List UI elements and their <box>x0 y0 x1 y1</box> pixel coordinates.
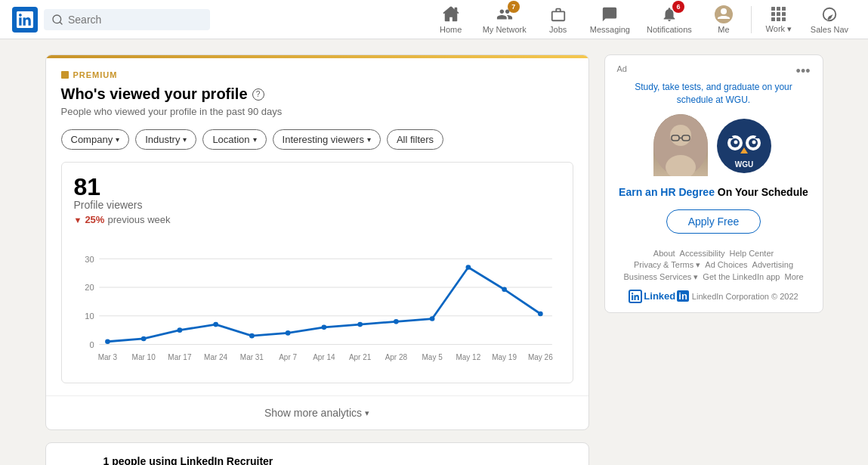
linkedin-footer-logo: Linkedin <box>629 290 688 303</box>
down-arrow-icon: ▼ <box>74 215 82 225</box>
show-more-analytics[interactable]: Show more analytics ▾ <box>46 395 588 429</box>
nav-item-salesnav[interactable]: Sales Nav <box>803 2 856 37</box>
nav-items: Home 7 My Network Jobs Messaging <box>428 2 856 37</box>
recruiter-icon <box>61 460 94 465</box>
avatar-icon <box>715 5 733 23</box>
li-logo-small <box>629 290 642 303</box>
filter-industry-label: Industry <box>145 134 180 145</box>
svg-text:0: 0 <box>89 340 94 349</box>
apply-label: Apply Free <box>688 215 740 228</box>
nav-label-salesnav: Sales Nav <box>811 25 848 34</box>
grid-dots <box>771 7 786 21</box>
grid-icon <box>770 5 788 23</box>
li-logo-small-icon <box>630 291 641 302</box>
nav-item-messaging[interactable]: Messaging <box>582 2 638 37</box>
svg-point-9 <box>105 339 110 344</box>
briefcase-icon <box>61 460 94 465</box>
nav-item-jobs[interactable]: Jobs <box>536 2 581 37</box>
search-input[interactable] <box>68 14 202 26</box>
svg-text:May 12: May 12 <box>456 353 480 361</box>
premium-dot <box>61 71 69 79</box>
network-icon: 7 <box>496 5 514 23</box>
nav-item-me[interactable]: Me <box>701 2 746 37</box>
profile-title-row: Who's viewed your profile ? <box>61 85 573 103</box>
messaging-icon <box>601 5 619 23</box>
change-text: previous week <box>107 214 170 225</box>
footer-link-accessibility[interactable]: Accessibility <box>680 249 725 258</box>
footer-link-advertising[interactable]: Advertising <box>752 260 793 270</box>
svg-text:Apr 7: Apr 7 <box>279 353 297 361</box>
compass-icon <box>820 5 839 23</box>
nav-item-notifications[interactable]: 6 Notifications <box>639 2 700 37</box>
filters-row: Company ▾ Industry ▾ Location ▾ Intere <box>61 129 573 150</box>
footer-copyright: LinkedIn Corporation © 2022 <box>692 292 798 301</box>
recruiter-title: 1 people using LinkedIn Recruiter <box>103 455 474 465</box>
filter-company[interactable]: Company ▾ <box>61 129 130 150</box>
home-icon-svg <box>443 6 459 23</box>
svg-point-10 <box>141 336 146 342</box>
footer-link-helpcenter[interactable]: Help Center <box>729 249 774 258</box>
profile-subtitle: People who viewed your profile in the pa… <box>61 106 573 117</box>
recruiter-card: 1 people using LinkedIn Recruiter Viewer… <box>45 442 589 465</box>
linkedin-logo-icon <box>17 11 33 28</box>
chevron-down-icon: ▾ <box>116 135 119 144</box>
help-icon[interactable]: ? <box>252 88 264 101</box>
footer-link-about[interactable]: About <box>653 249 675 258</box>
filter-interesting-label: Interesting viewers <box>283 134 364 145</box>
nav-item-network[interactable]: 7 My Network <box>475 2 534 37</box>
footer-link-business[interactable]: Business Services ▾ <box>623 272 698 282</box>
ad-menu-icon[interactable]: ••• <box>796 64 811 78</box>
svg-text:10: 10 <box>85 312 94 321</box>
nav-label-home: Home <box>440 25 462 34</box>
li-logo-text: Linked <box>644 290 675 302</box>
footer-link-more[interactable]: More <box>785 272 804 282</box>
nav-label-work: Work ▾ <box>766 24 792 34</box>
linkedin-logo[interactable] <box>12 7 38 33</box>
chevron-down-icon-5: ▾ <box>365 408 369 418</box>
li-logo-in: in <box>677 290 689 302</box>
filter-interesting-viewers[interactable]: Interesting viewers ▾ <box>273 129 381 150</box>
svg-text:Mar 3: Mar 3 <box>97 353 117 361</box>
ad-card: Ad ••• Study, take tests, and graduate o… <box>604 54 823 313</box>
footer-link-adchoices[interactable]: Ad Choices <box>705 260 747 270</box>
jobs-icon-svg <box>550 6 567 23</box>
chart-label: Profile viewers <box>74 199 561 211</box>
svg-point-20 <box>502 287 507 292</box>
nav-label-notifications: Notifications <box>647 25 692 34</box>
footer-link-getapp[interactable]: Get the LinkedIn app <box>703 272 780 282</box>
top-nav: Home 7 My Network Jobs Messaging <box>0 0 868 39</box>
chevron-down-icon-3: ▾ <box>253 135 257 144</box>
ad-headline: Earn an HR Degree On Your Schedule <box>617 185 811 199</box>
filter-location[interactable]: Location ▾ <box>202 129 266 150</box>
svg-text:Apr 21: Apr 21 <box>348 353 371 361</box>
svg-point-15 <box>321 325 326 330</box>
svg-text:May 5: May 5 <box>422 353 443 361</box>
filter-all-label: All filters <box>397 134 434 145</box>
svg-point-16 <box>357 322 363 327</box>
nav-label-me: Me <box>718 25 729 34</box>
apply-free-button[interactable]: Apply Free <box>666 209 761 234</box>
svg-point-0 <box>721 8 727 14</box>
filter-industry[interactable]: Industry ▾ <box>135 129 196 150</box>
svg-point-12 <box>213 322 218 327</box>
svg-text:Apr 14: Apr 14 <box>313 353 335 361</box>
svg-point-11 <box>177 327 182 333</box>
nav-item-home[interactable]: Home <box>428 2 474 37</box>
footer-link-privacy[interactable]: Privacy & Terms ▾ <box>634 260 700 270</box>
chart-svg-wrap: 0 10 20 30 <box>74 234 561 370</box>
filter-all-filters[interactable]: All filters <box>387 129 443 150</box>
avatar <box>715 5 733 23</box>
svg-text:30: 30 <box>85 255 94 264</box>
nav-divider <box>751 6 752 33</box>
svg-point-18 <box>429 316 434 321</box>
ad-header: Ad ••• <box>617 64 811 78</box>
page-title: Who's viewed your profile <box>61 85 248 103</box>
svg-text:Mar 24: Mar 24 <box>204 353 228 361</box>
search-bar[interactable] <box>44 9 210 30</box>
svg-text:Mar 10: Mar 10 <box>131 353 156 361</box>
nav-item-work[interactable]: Work ▾ <box>756 2 802 37</box>
filter-location-label: Location <box>212 134 249 145</box>
svg-text:WGU: WGU <box>734 160 752 169</box>
svg-point-50 <box>734 140 737 144</box>
ad-images: WGU <box>617 114 811 176</box>
